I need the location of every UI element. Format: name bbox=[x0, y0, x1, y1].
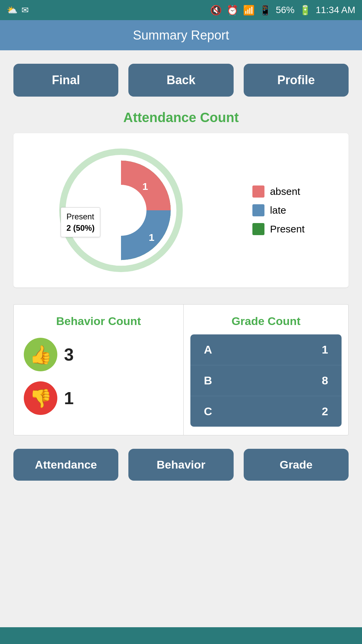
grade-row-b: B 8 bbox=[190, 365, 342, 396]
grade-c-label: C bbox=[204, 405, 212, 418]
grade-a-count: 1 bbox=[322, 343, 328, 356]
tooltip-label: Present bbox=[66, 211, 95, 222]
negative-count: 1 bbox=[64, 388, 74, 408]
positive-behavior-row: 👍 3 bbox=[24, 338, 173, 371]
cloud-icon: ⛅ bbox=[7, 5, 17, 15]
legend-label-late: late bbox=[270, 205, 286, 216]
bottom-system-bar bbox=[0, 627, 362, 644]
donut-hole bbox=[96, 185, 146, 236]
tooltip-value: 2 (50%) bbox=[66, 222, 95, 234]
donut-chart: 1 1 Present 2 (50%) bbox=[57, 147, 185, 274]
behavior-grade-section: Behavior Count 👍 3 👎 1 Grade Count A 1 B bbox=[13, 304, 349, 435]
grade-button[interactable]: Grade bbox=[244, 449, 349, 481]
chart-legend: absent late Present bbox=[252, 185, 304, 235]
legend-color-late bbox=[252, 204, 264, 216]
status-right-info: 🔇 ⏰ 📶 📱 56% 🔋 11:34 AM bbox=[210, 5, 355, 16]
back-button[interactable]: Back bbox=[128, 64, 233, 97]
grade-count-title: Grade Count bbox=[184, 315, 348, 328]
late-label: 1 bbox=[149, 231, 155, 243]
grade-c-count: 2 bbox=[322, 405, 328, 418]
legend-label-absent: absent bbox=[270, 186, 300, 197]
grade-count-panel: Grade Count A 1 B 8 C 2 bbox=[184, 305, 348, 435]
grade-row-a: A 1 bbox=[190, 334, 342, 365]
time-display: 11:34 AM bbox=[316, 5, 355, 15]
legend-label-present: Present bbox=[270, 223, 304, 235]
bottom-nav: Attendance Behavior Grade bbox=[13, 449, 349, 481]
app-bar: Summary Report bbox=[0, 20, 362, 50]
final-button[interactable]: Final bbox=[13, 64, 118, 97]
legend-color-present bbox=[252, 223, 264, 235]
grade-row-c: C 2 bbox=[190, 396, 342, 427]
grade-b-label: B bbox=[204, 374, 212, 387]
grade-table: A 1 B 8 C 2 bbox=[190, 334, 342, 427]
grade-b-count: 8 bbox=[322, 374, 328, 387]
mail-icon: ✉ bbox=[21, 5, 29, 15]
wifi-icon: 📶 bbox=[243, 5, 255, 16]
negative-behavior-row: 👎 1 bbox=[24, 381, 173, 415]
attendance-button[interactable]: Attendance bbox=[13, 449, 118, 481]
legend-absent: absent bbox=[252, 185, 304, 198]
grade-a-label: A bbox=[204, 343, 212, 356]
attendance-section-title: Attendance Count bbox=[13, 110, 349, 125]
behavior-button[interactable]: Behavior bbox=[128, 449, 233, 481]
signal-icon: 📱 bbox=[259, 5, 271, 16]
behavior-count-title: Behavior Count bbox=[24, 315, 173, 328]
mute-icon: 🔇 bbox=[210, 5, 222, 16]
thumbs-up-icon: 👍 bbox=[24, 338, 57, 371]
behavior-count-panel: Behavior Count 👍 3 👎 1 bbox=[14, 305, 184, 435]
status-bar: ⛅ ✉ 🔇 ⏰ 📶 📱 56% 🔋 11:34 AM bbox=[0, 0, 362, 20]
thumbs-down-icon: 👎 bbox=[24, 381, 57, 415]
profile-button[interactable]: Profile bbox=[244, 64, 349, 97]
app-bar-title: Summary Report bbox=[133, 28, 229, 43]
absent-label: 1 bbox=[142, 180, 148, 192]
alarm-icon: ⏰ bbox=[227, 5, 238, 16]
battery-icon: 🔋 bbox=[299, 5, 311, 16]
battery-percent: 56% bbox=[276, 5, 295, 15]
positive-count: 3 bbox=[64, 344, 74, 365]
legend-color-absent bbox=[252, 185, 264, 198]
nav-buttons: Final Back Profile bbox=[13, 64, 349, 97]
legend-present: Present bbox=[252, 223, 304, 235]
status-left-icons: ⛅ ✉ bbox=[7, 5, 29, 15]
legend-late: late bbox=[252, 204, 304, 216]
chart-card: 1 1 Present 2 (50%) absent late Present bbox=[13, 133, 349, 287]
main-content: Final Back Profile Attendance Count bbox=[0, 50, 362, 644]
chart-tooltip: Present 2 (50%) bbox=[61, 207, 100, 237]
